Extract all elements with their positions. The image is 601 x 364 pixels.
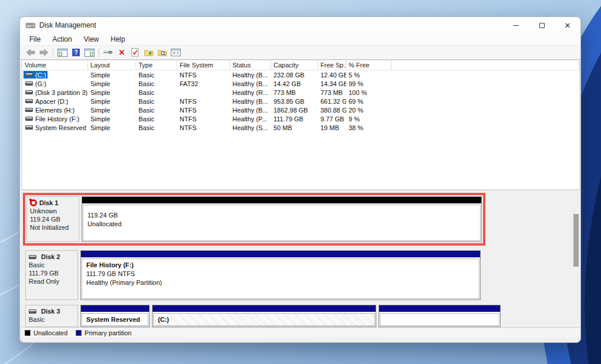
disk3-third-partition[interactable]	[379, 305, 501, 327]
volume-cell: (C:)	[22, 71, 88, 79]
tool-icon	[103, 49, 113, 56]
window-title: Disk Management	[39, 21, 96, 29]
disk1-size: 119.24 GB	[30, 216, 76, 223]
pct-cell: 5 %	[346, 72, 391, 79]
disk2-row: Disk 2 Basic 111.79 GB Read Only File Hi…	[25, 250, 481, 300]
partition-status: Unallocated	[87, 220, 476, 229]
fs-cell: NTFS	[177, 107, 230, 114]
status-cell: Healthy (B...	[230, 72, 271, 79]
layout-cell: Simple	[88, 107, 136, 114]
status-cell: Healthy (B...	[230, 107, 271, 114]
properties-check-button[interactable]	[129, 46, 142, 59]
folder-search-button[interactable]	[156, 46, 169, 59]
minimize-icon	[513, 25, 519, 26]
volume-cell: (G:)	[22, 80, 88, 87]
column-header-volume[interactable]: Volume	[22, 60, 88, 70]
pct-cell: 69 %	[346, 98, 391, 105]
details-view-button[interactable]	[169, 46, 183, 59]
table-row-g[interactable]: (G:) Simple Basic FAT32 Healthy (B... 14…	[22, 79, 579, 88]
type-cell: Basic	[136, 72, 177, 79]
disk-graphic-pane: Disk 1 Unknown 119.24 GB Not Initialized…	[22, 190, 580, 342]
column-header-status[interactable]: Status	[230, 60, 271, 70]
toolbar: ? ✕	[20, 45, 580, 60]
maximize-button[interactable]	[529, 17, 555, 33]
volume-icon	[25, 73, 33, 77]
column-header-free-space[interactable]: Free Sp...	[318, 60, 346, 70]
menu-view[interactable]: View	[78, 34, 105, 45]
partition-title: File History (F:)	[86, 261, 475, 270]
partition-title: System Reserved	[86, 315, 144, 324]
free-cell: 9.77 GB	[318, 115, 346, 123]
table-header: Volume Layout Type File System Status Ca…	[22, 60, 579, 70]
type-cell: Basic	[136, 89, 177, 96]
volume-cell: System Reserved	[22, 124, 88, 131]
menu-file[interactable]: File	[23, 34, 46, 45]
delete-icon: ✕	[119, 49, 125, 56]
vertical-scrollbar-thumb[interactable]	[573, 214, 579, 267]
volume-name: Elements (H:)	[35, 107, 75, 114]
folder-up-button[interactable]	[142, 46, 156, 59]
disk1-unallocated-partition[interactable]: 119.24 GB Unallocated	[82, 196, 482, 242]
menu-help[interactable]: Help	[105, 34, 131, 45]
disk3-system-reserved-partition[interactable]: System Reserved	[80, 305, 150, 327]
layout-cell: Simple	[88, 89, 136, 96]
partition-size: 119.24 GB	[87, 211, 476, 220]
disk2-file-history-partition[interactable]: File History (F:) 111.79 GB NTFS Healthy…	[80, 250, 481, 300]
capacity-cell: 50 MB	[271, 124, 318, 131]
toolbar-separator	[99, 48, 99, 57]
minimize-button[interactable]	[503, 17, 529, 33]
column-header-pct-free[interactable]: % Free	[346, 60, 391, 70]
type-cell: Basic	[136, 124, 177, 131]
free-cell: 12.40 GB	[318, 72, 346, 79]
layout-cell: Simple	[88, 124, 136, 131]
volume-name: (G:)	[35, 80, 46, 87]
column-header-filler	[391, 60, 579, 70]
close-icon: ✕	[565, 22, 571, 29]
column-header-file-system[interactable]: File System	[177, 60, 230, 70]
console-tree-button[interactable]	[56, 46, 69, 59]
free-cell: 19 MB	[318, 124, 346, 131]
title-bar[interactable]: Disk Management ✕	[20, 17, 580, 33]
column-header-type[interactable]: Type	[136, 60, 177, 70]
disk2-label-panel[interactable]: Disk 2 Basic 111.79 GB Read Only	[25, 250, 78, 300]
fs-cell: NTFS	[177, 72, 230, 79]
table-row-file-history[interactable]: File History (F:) Simple Basic NTFS Heal…	[22, 114, 579, 123]
table-row-disk3-partition3[interactable]: (Disk 3 partition 3) Simple Basic Health…	[22, 88, 579, 97]
delete-button[interactable]: ✕	[115, 46, 129, 59]
help-button[interactable]: ?	[69, 46, 83, 59]
type-cell: Basic	[136, 80, 177, 87]
menu-action[interactable]: Action	[46, 34, 77, 45]
status-cell: Healthy (B...	[230, 98, 271, 105]
tool-button[interactable]	[102, 46, 115, 59]
partition-status: Healthy (Primary Partition)	[86, 278, 475, 287]
action-pane-button[interactable]	[83, 46, 96, 59]
selected-volume: (C:)	[23, 71, 48, 79]
partition-body: File History (F:) 111.79 GB NTFS Healthy…	[82, 258, 480, 299]
folder-up-icon	[144, 49, 154, 56]
table-row-c[interactable]: (C:) Simple Basic NTFS Healthy (B... 232…	[22, 70, 579, 79]
back-button[interactable]	[23, 46, 37, 59]
table-row-apacer[interactable]: Apacer (D:) Simple Basic NTFS Healthy (B…	[22, 97, 579, 106]
table-row-elements[interactable]: Elements (H:) Simple Basic NTFS Healthy …	[22, 106, 579, 114]
free-cell: 380.88 GB	[318, 107, 346, 114]
disk1-label-panel[interactable]: Disk 1 Unknown 119.24 GB Not Initialized	[26, 196, 79, 242]
free-cell: 661.32 GB	[318, 98, 346, 105]
forward-button[interactable]	[37, 46, 50, 59]
partition-body-selected: (C:)	[153, 313, 375, 326]
disk3-label-panel[interactable]: Disk 3 Basic	[25, 305, 78, 327]
disk3-c-partition[interactable]: (C:)	[152, 305, 376, 327]
status-cell: Healthy (S...	[230, 124, 271, 131]
details-view-icon	[171, 49, 181, 56]
layout-cell: Simple	[88, 80, 136, 87]
volume-icon	[25, 108, 33, 112]
volume-icon	[25, 125, 33, 130]
pct-cell: 99 %	[346, 80, 391, 87]
volume-cell: Apacer (D:)	[22, 97, 88, 105]
type-cell: Basic	[136, 115, 177, 123]
disk-icon	[29, 255, 36, 259]
close-button[interactable]: ✕	[555, 17, 580, 33]
table-row-system-reserved[interactable]: System Reserved Simple Basic NTFS Health…	[22, 123, 579, 132]
column-header-capacity[interactable]: Capacity	[271, 60, 318, 70]
column-header-layout[interactable]: Layout	[88, 60, 136, 70]
pct-cell: 38 %	[346, 124, 391, 131]
